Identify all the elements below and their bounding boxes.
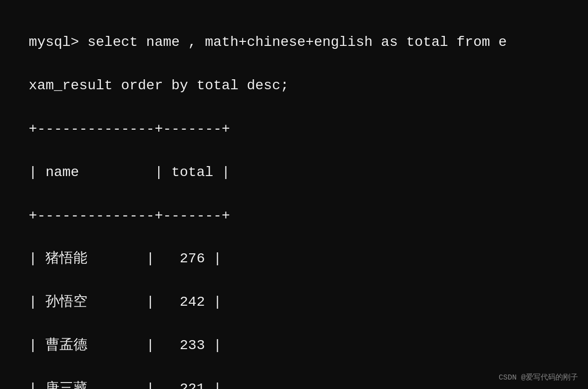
watermark: CSDN @爱写代码的刚子 bbox=[499, 373, 578, 382]
table-row-1: | 猪悟能 | 276 | bbox=[29, 251, 222, 266]
separator-top: +--------------+-------+ bbox=[29, 121, 230, 137]
table-header: | name | total | bbox=[29, 165, 230, 180]
command-line2: xam_result order by total desc; bbox=[29, 78, 289, 93]
terminal-window: mysql> select name , math+chinese+englis… bbox=[0, 0, 588, 389]
separator-mid: +--------------+-------+ bbox=[29, 208, 230, 223]
table-row-4: | 唐三藏 | 221 | bbox=[29, 381, 222, 389]
command-line1: mysql> select name , math+chinese+englis… bbox=[29, 34, 507, 50]
table-row-3: | 曹孟德 | 233 | bbox=[29, 338, 222, 353]
table-row-2: | 孙悟空 | 242 | bbox=[29, 294, 222, 310]
